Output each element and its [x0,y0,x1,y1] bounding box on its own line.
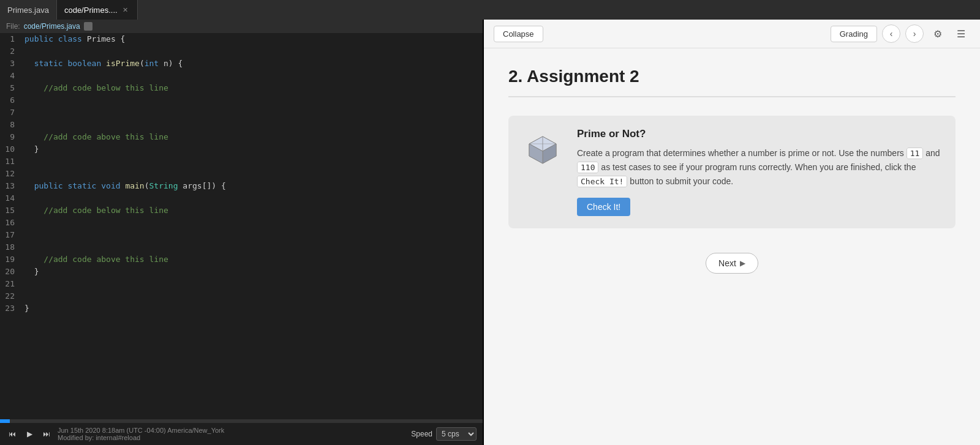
code-line: 3 static boolean isPrime(int n) { [0,58,483,70]
file-bar: File: code/Primes.java [0,20,483,33]
rewind-button[interactable]: ⏮ [6,428,18,440]
line-content: } [22,302,483,315]
menu-button[interactable]: ☰ [952,24,970,43]
line-number: 2 [0,45,22,58]
code-editor[interactable]: 1public class Primes {2 3 static boolean… [0,33,483,419]
assignment-toolbar: Collapse Grading ‹ › ⚙ ☰ [484,20,980,48]
code-line: 22 [0,290,483,302]
code-line: 5 //add code below this line [0,82,483,94]
task-title: Prime or Not? [577,128,941,140]
line-content [22,278,483,290]
next-button[interactable]: Next ▶ [706,253,758,274]
line-number: 14 [0,192,22,204]
line-number: 19 [0,253,22,266]
code-line: 8 [0,119,483,131]
speed-select[interactable]: 1 cps 2 cps 5 cps 10 cps 20 cps [436,427,477,441]
line-content [22,229,483,241]
line-content [22,241,483,253]
tab-close-icon[interactable]: ✕ [121,6,130,14]
code-line: 12 [0,168,483,180]
line-content: //add code below this line [22,204,483,217]
tab-label: Primes.java [7,6,49,15]
line-content: } [22,143,483,155]
line-number: 18 [0,241,22,253]
task-card: Prime or Not? Create a program that dete… [508,116,956,228]
code-line: 14 [0,192,483,204]
code-line: 10 } [0,143,483,155]
bottom-bar: ⏮ ▶ ⏭ Jun 15th 2020 8:18am (UTC -04:00) … [0,419,483,445]
code-line: 23} [0,302,483,315]
tab-bar: Primes.java code/Primes.... ✕ [0,0,980,20]
line-number: 20 [0,266,22,278]
line-content: //add code below this line [22,82,483,94]
fast-forward-button[interactable]: ⏭ [40,428,53,440]
code-line: 18 [0,241,483,253]
task-icon [521,128,565,172]
next-btn-container: Next ▶ [508,253,956,274]
code-line: 15 //add code below this line [0,204,483,217]
line-content: public static void main(String args[]) { [22,180,483,192]
code-line: 13 public static void main(String args[]… [0,180,483,192]
next-arrow-icon: ▶ [740,259,745,267]
line-number: 23 [0,302,22,315]
line-number: 9 [0,131,22,143]
line-content [22,192,483,204]
speed-label: Speed [411,430,432,438]
file-icon [84,22,92,31]
line-number: 10 [0,143,22,155]
line-number: 15 [0,204,22,217]
line-content [22,107,483,119]
line-number: 13 [0,180,22,192]
assignment-panel: Collapse Grading ‹ › ⚙ ☰ 2. Assignment 2 [484,20,980,445]
code-line: 2 [0,45,483,58]
next-label: Next [718,258,736,268]
line-number: 22 [0,290,22,302]
tab-primes-java[interactable]: Primes.java [0,0,57,20]
line-number: 1 [0,33,22,45]
line-content: static boolean isPrime(int n) { [22,58,483,70]
line-content [22,45,483,58]
task-body: Prime or Not? Create a program that dete… [577,128,941,216]
assignment-title: 2. Assignment 2 [508,67,956,97]
code-line: 4 [0,70,483,82]
code-11: 11 [907,148,924,159]
code-line: 19 //add code above this line [0,253,483,266]
code-line: 16 [0,217,483,229]
code-110: 110 [577,162,598,173]
timestamp: Jun 15th 2020 8:18am (UTC -04:00) Americ… [58,427,224,434]
assignment-content: 2. Assignment 2 Prime or Not? [484,48,980,445]
nav-prev-button[interactable]: ‹ [882,24,900,43]
code-line: 11 [0,155,483,168]
line-number: 17 [0,229,22,241]
line-content [22,119,483,131]
code-line: 20 } [0,266,483,278]
play-button[interactable]: ▶ [23,428,36,440]
line-content [22,70,483,82]
line-number: 8 [0,119,22,131]
code-line: 21 [0,278,483,290]
settings-button[interactable]: ⚙ [929,24,947,43]
code-line: 17 [0,229,483,241]
timestamp-info: Jun 15th 2020 8:18am (UTC -04:00) Americ… [58,427,224,441]
line-content [22,168,483,180]
collapse-button[interactable]: Collapse [494,26,543,42]
grading-button[interactable]: Grading [831,26,877,42]
line-content [22,94,483,107]
line-number: 7 [0,107,22,119]
line-number: 21 [0,278,22,290]
editor-panel: File: code/Primes.java 1public class Pri… [0,20,484,445]
tab-code-primes[interactable]: code/Primes.... ✕ [57,0,138,20]
line-number: 3 [0,58,22,70]
code-line: 7 [0,107,483,119]
line-number: 12 [0,168,22,180]
toolbar-right: Grading ‹ › ⚙ ☰ [831,24,970,43]
line-number: 4 [0,70,22,82]
line-content [22,290,483,302]
check-it-button[interactable]: Check It! [577,198,630,216]
line-number: 11 [0,155,22,168]
code-line: 9 //add code above this line [0,131,483,143]
nav-next-button[interactable]: › [905,24,924,43]
modified-by-label: Modified by: [58,434,94,441]
main-area: File: code/Primes.java 1public class Pri… [0,20,980,445]
file-name: code/Primes.java [24,22,80,31]
